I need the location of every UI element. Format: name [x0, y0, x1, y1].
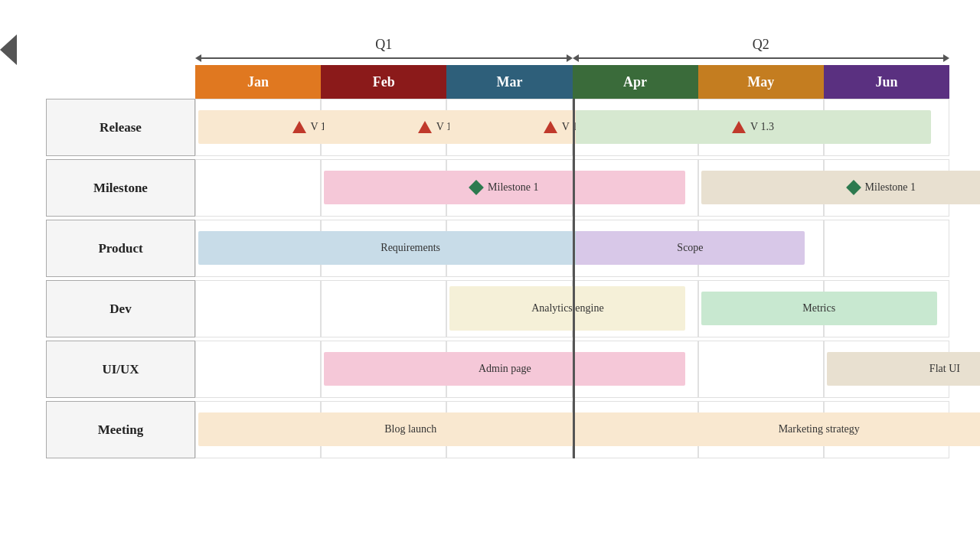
bar-text-8: Analytics engine — [531, 302, 603, 315]
bar-text-10: Admin page — [479, 363, 531, 375]
grid-cell-1-0 — [195, 159, 321, 217]
quarter-arrow-Q2 — [573, 54, 950, 62]
quarter-arrow-Q1 — [195, 54, 573, 62]
bar-11: Flat UI — [827, 352, 980, 386]
bar-4: Milestone 1 — [324, 171, 685, 204]
bar-text-5: Milestone 1 — [865, 181, 916, 194]
quarter-divider — [573, 99, 575, 458]
arrow-line-Q1 — [201, 57, 567, 59]
month-header-may: May — [698, 65, 824, 99]
bar-13: Marketing strategy — [576, 412, 981, 446]
arrow-line-Q2 — [579, 57, 944, 59]
month-header-mar: Mar — [446, 65, 572, 99]
row-label-product: Product — [46, 220, 195, 277]
left-tab — [0, 34, 17, 65]
bar-8: Analytics engine — [449, 286, 685, 331]
quarter-row: Q1Q2 — [195, 37, 949, 62]
bar-text-12: Blog launch — [384, 423, 436, 435]
diamond-icon — [846, 180, 861, 195]
triangle-icon — [292, 121, 306, 133]
grid-cell-2-5 — [824, 220, 949, 277]
bar-text-6: Requirements — [381, 242, 440, 254]
arrow-head-right-Q1 — [567, 54, 573, 62]
bar-9: Metrics — [701, 292, 937, 325]
bar-text-7: Scope — [677, 242, 703, 254]
bar-10: Admin page — [324, 352, 685, 386]
quarter-label-Q2: Q2 — [753, 37, 769, 53]
row-label-meeting: Meeting — [46, 401, 195, 458]
row-label-release: Release — [46, 99, 195, 156]
row-label-milestone: Milestone — [46, 159, 195, 217]
grid-cell-4-4 — [698, 341, 824, 398]
row-label-dev: Dev — [46, 280, 195, 337]
bar-text-11: Flat UI — [929, 363, 960, 375]
grid-cell-4-0 — [195, 341, 321, 398]
quarter-Q1: Q1 — [195, 37, 573, 62]
bar-text-9: Metrics — [802, 302, 835, 315]
month-header-apr: Apr — [573, 65, 698, 99]
month-headers: JanFebMarAprMayJun — [195, 65, 949, 99]
arrow-head-right-Q2 — [943, 54, 949, 62]
bar-3: V 1.3 — [576, 110, 931, 144]
triangle-icon — [732, 121, 746, 133]
triangle-icon — [544, 121, 557, 133]
grid-rows: V 1.0V 1.1V 1.2V 1.3Milestone 1Milestone… — [195, 99, 949, 458]
quarter-Q2: Q2 — [573, 37, 950, 62]
triangle-icon — [418, 121, 432, 133]
bar-7: Scope — [576, 231, 805, 265]
bar-text-4: Milestone 1 — [488, 181, 539, 194]
month-header-jun: Jun — [824, 65, 949, 99]
month-header-feb: Feb — [321, 65, 446, 99]
bar-text-13: Marketing strategy — [779, 423, 860, 435]
row-label-ui/ux: UI/UX — [46, 341, 195, 398]
grid-cell-3-0 — [195, 280, 321, 337]
row-labels: ReleaseMilestoneProductDevUI/UXMeeting — [46, 65, 195, 461]
bar-5: Milestone 1 — [701, 171, 980, 204]
page-title — [0, 0, 980, 37]
bar-6: Requirements — [198, 231, 622, 265]
arrow-head-left-Q1 — [195, 54, 201, 62]
bar-text-3: V 1.3 — [750, 121, 774, 133]
quarter-label-Q1: Q1 — [375, 37, 392, 53]
grid-cell-3-1 — [321, 280, 446, 337]
bar-12: Blog launch — [198, 412, 622, 446]
month-header-jan: Jan — [195, 65, 321, 99]
main-grid: JanFebMarAprMayJunV 1.0V 1.1V 1.2V 1.3Mi… — [195, 65, 949, 461]
diamond-icon — [469, 180, 484, 195]
roadmap-container: Q1Q2 ReleaseMilestoneProductDevUI/UXMeet… — [46, 37, 949, 461]
grid-wrapper: ReleaseMilestoneProductDevUI/UXMeeting J… — [46, 65, 949, 461]
arrow-head-left-Q2 — [573, 54, 579, 62]
